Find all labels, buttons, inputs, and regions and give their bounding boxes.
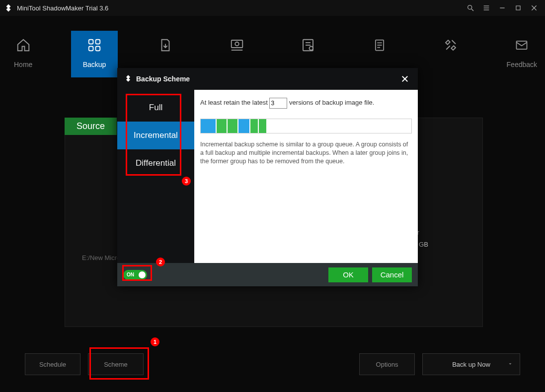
- svg-rect-9: [89, 40, 93, 44]
- svg-line-1: [471, 9, 473, 11]
- svg-rect-6: [516, 6, 520, 10]
- dialog-title: Backup Scheme: [136, 75, 190, 83]
- nav-home-label: Home: [0, 61, 46, 68]
- dialog-header: Backup Scheme: [117, 68, 418, 90]
- maximize-button[interactable]: [511, 1, 525, 15]
- svg-rect-24: [517, 41, 527, 49]
- dialog-close-button[interactable]: [399, 73, 411, 85]
- svg-point-19: [310, 47, 313, 51]
- schedule-button[interactable]: Schedule: [25, 353, 80, 375]
- search-icon[interactable]: [464, 1, 477, 15]
- nav-home[interactable]: Home: [0, 31, 46, 77]
- scheme-full[interactable]: Full: [117, 94, 194, 122]
- backup-icon: [71, 37, 117, 54]
- svg-rect-10: [96, 40, 100, 44]
- scheme-toggle[interactable]: ON: [123, 270, 147, 280]
- dialog-logo-icon: [124, 74, 132, 84]
- main-area: Home Backup: [0, 16, 545, 392]
- backup-now-button[interactable]: Back up Now: [422, 353, 520, 375]
- scheme-description: Incremental backup scheme is similar to …: [200, 140, 412, 166]
- svg-rect-11: [89, 47, 93, 51]
- app-title: MiniTool ShadowMaker Trial 3.6: [17, 4, 108, 12]
- sync-icon: [143, 37, 189, 54]
- minimize-button[interactable]: [495, 1, 509, 15]
- source-label[interactable]: Source: [65, 118, 117, 135]
- options-button[interactable]: Options: [359, 353, 415, 375]
- highlight-badge-1: 1: [151, 337, 159, 346]
- dialog-footer: ON OK Cancel: [117, 263, 418, 286]
- scheme-button[interactable]: Scheme: [88, 353, 144, 375]
- nav-feedback[interactable]: Feedback: [499, 31, 545, 77]
- highlight-badge-3: 3: [182, 177, 191, 186]
- nav-feedback-label: Feedback: [499, 61, 545, 68]
- app-logo-icon: [4, 3, 13, 12]
- svg-rect-13: [232, 40, 243, 48]
- scheme-incremental[interactable]: Incremental: [117, 122, 194, 149]
- title-bar: MiniTool ShadowMaker Trial 3.6: [0, 0, 545, 16]
- svg-rect-12: [96, 47, 100, 51]
- ok-button[interactable]: OK: [328, 267, 368, 282]
- cancel-button[interactable]: Cancel: [372, 267, 412, 282]
- feedback-icon: [499, 37, 545, 54]
- svg-point-0: [468, 5, 472, 9]
- nav-backup-label: Backup: [71, 61, 117, 68]
- retain-pre: At least retain the latest: [200, 99, 268, 106]
- highlight-badge-2: 2: [156, 258, 165, 266]
- scheme-diagram: [200, 119, 412, 133]
- backup-scheme-dialog: Backup Scheme Full Incremental Different…: [117, 68, 418, 286]
- scheme-list: Full Incremental Differential: [117, 90, 194, 263]
- scheme-differential[interactable]: Differential: [117, 149, 194, 177]
- home-icon: [0, 37, 46, 54]
- menu-icon[interactable]: [479, 1, 493, 15]
- retain-post: versions of backup image file.: [289, 99, 374, 106]
- nav-tools[interactable]: [427, 31, 473, 77]
- retain-count-input[interactable]: [269, 98, 287, 109]
- tools-icon: [427, 37, 473, 54]
- svg-point-15: [235, 42, 239, 46]
- toggle-label: ON: [127, 272, 134, 277]
- chevron-down-icon: [508, 361, 513, 368]
- bottom-bar: Schedule Scheme Options Back up Now: [0, 353, 545, 375]
- nav-backup[interactable]: Backup: [71, 31, 117, 77]
- toggle-knob: [139, 271, 146, 278]
- manage-icon: [285, 37, 331, 54]
- restore-icon: [214, 37, 260, 54]
- logs-icon: [356, 37, 402, 54]
- retain-line: At least retain the latest versions of b…: [200, 98, 412, 109]
- close-button[interactable]: [527, 1, 541, 15]
- scheme-content: At least retain the latest versions of b…: [194, 90, 418, 263]
